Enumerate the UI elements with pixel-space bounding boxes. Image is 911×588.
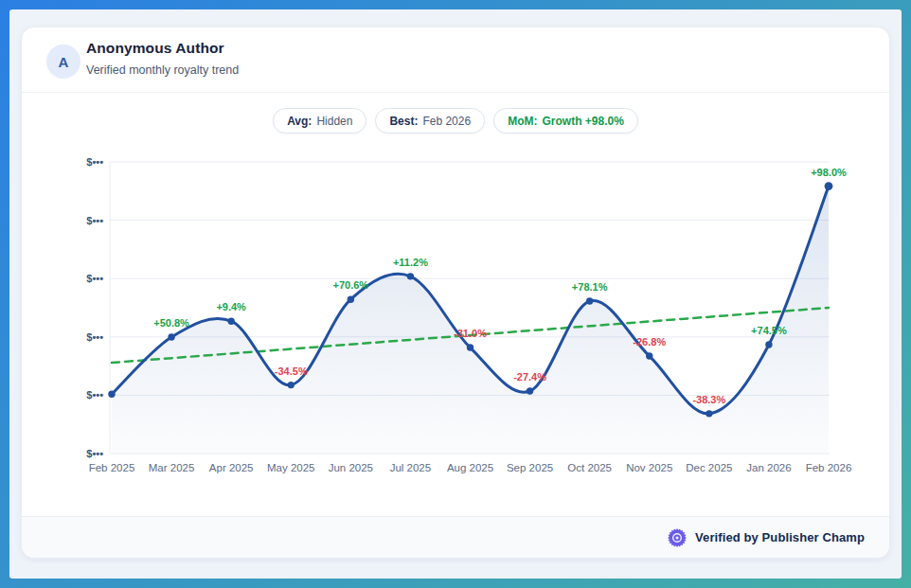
y-tick-label: $•••	[86, 389, 103, 401]
mom-change-label: +11.2%	[393, 257, 428, 268]
badge-mom-value: Growth +98.0%	[542, 115, 623, 128]
mom-change-label: +9.4%	[216, 301, 246, 312]
x-tick-label: Dec 2025	[686, 462, 732, 473]
x-tick-label: Aug 2025	[447, 462, 493, 473]
x-tick-label: Mar 2025	[149, 462, 195, 473]
royalty-trend-chart: $•••$•••$•••$•••$•••$•••Feb 2025Mar 2025…	[77, 143, 889, 508]
mom-change-label: +70.6%	[333, 279, 369, 291]
verified-seal-icon	[667, 527, 688, 548]
x-tick-label: Oct 2025	[567, 462, 612, 473]
y-tick-label: $•••	[86, 215, 103, 226]
badge-avg-value: Hidden	[316, 115, 352, 128]
data-point	[407, 273, 414, 279]
badge-best: Best: Feb 2026	[375, 108, 485, 134]
avatar-letter: A	[59, 54, 69, 70]
chart-svg: $•••$•••$•••$•••$•••$•••Feb 2025Mar 2025…	[77, 143, 889, 508]
mom-change-label: -26.8%	[633, 336, 666, 347]
stat-badges-row: Avg: Hidden Best: Feb 2026 MoM: Growth +…	[22, 108, 889, 134]
mom-change-label: -38.3%	[692, 394, 725, 405]
x-tick-label: Feb 2026	[806, 462, 852, 473]
x-tick-label: Jan 2026	[746, 462, 791, 473]
mom-change-label: +50.8%	[153, 317, 189, 329]
badge-avg: Avg: Hidden	[273, 108, 366, 134]
page-subtitle: Verified monthly royalty trend	[86, 63, 239, 77]
data-point	[288, 382, 295, 388]
y-tick-label: $•••	[86, 448, 103, 459]
data-point	[706, 410, 712, 417]
x-tick-label: Jun 2025	[329, 462, 373, 473]
x-tick-label: Apr 2025	[209, 462, 254, 473]
royalty-card: A Anonymous Author Verified monthly roya…	[21, 27, 890, 559]
page-title: Anonymous Author	[86, 40, 224, 57]
badge-best-value: Feb 2026	[422, 115, 471, 128]
avatar: A	[46, 45, 80, 79]
y-tick-label: $•••	[86, 331, 103, 343]
x-tick-label: Jul 2025	[390, 462, 431, 473]
data-point	[467, 344, 473, 350]
data-point	[348, 296, 354, 303]
card-header: A Anonymous Author Verified monthly roya…	[22, 27, 889, 93]
badge-best-label: Best:	[389, 115, 418, 128]
x-tick-label: May 2025	[267, 462, 315, 473]
gradient-frame: A Anonymous Author Verified monthly roya…	[0, 0, 911, 588]
data-point	[646, 352, 652, 359]
y-tick-label: $•••	[86, 273, 103, 284]
verified-text: Verified by Publisher Champ	[695, 530, 865, 544]
y-tick-label: $•••	[86, 156, 103, 168]
card-footer: Verified by Publisher Champ	[22, 516, 889, 558]
data-point	[527, 387, 533, 394]
badge-mom: MoM: Growth +98.0%	[493, 108, 638, 134]
page-background: A Anonymous Author Verified monthly roya…	[9, 9, 902, 579]
data-point	[586, 297, 593, 304]
mom-change-label: -31.0%	[454, 328, 487, 339]
mom-change-label: +98.0%	[811, 167, 847, 178]
mom-change-label: -27.4%	[513, 371, 546, 383]
mom-change-label: -34.5%	[275, 365, 308, 377]
x-tick-label: Sep 2025	[507, 462, 553, 473]
data-point	[168, 333, 174, 340]
x-tick-label: Feb 2025	[89, 462, 135, 473]
mom-change-label: +74.5%	[751, 325, 787, 336]
data-point	[108, 391, 115, 398]
data-point	[227, 318, 234, 325]
x-tick-label: Nov 2025	[626, 462, 672, 473]
badge-avg-label: Avg:	[287, 115, 312, 128]
mom-change-label: +78.1%	[572, 281, 608, 293]
data-point	[825, 182, 833, 190]
badge-mom-label: MoM:	[508, 115, 537, 128]
data-point	[765, 341, 772, 347]
